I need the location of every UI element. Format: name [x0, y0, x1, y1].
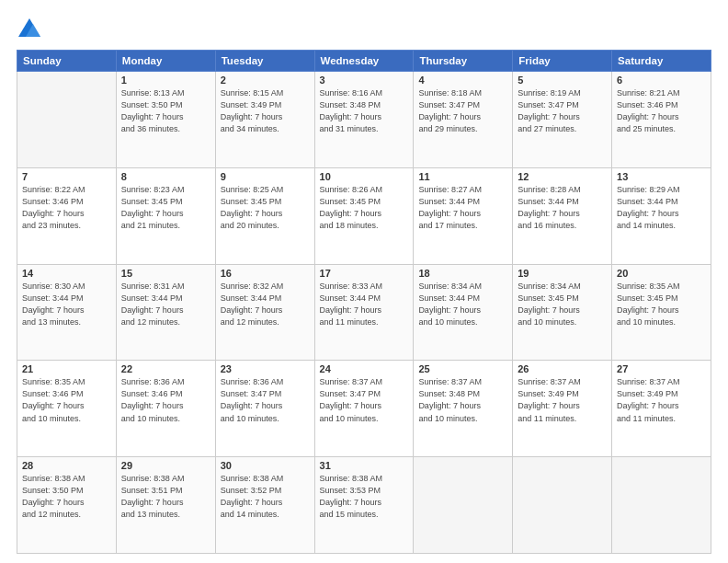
calendar-cell: 27Sunrise: 8:37 AMSunset: 3:49 PMDayligh… [612, 361, 711, 457]
day-number: 31 [320, 460, 409, 471]
calendar-cell: 17Sunrise: 8:33 AMSunset: 3:44 PMDayligh… [314, 264, 414, 361]
day-detail: Sunrise: 8:30 AMSunset: 3:44 PMDaylight:… [22, 281, 111, 328]
day-number: 16 [221, 268, 310, 279]
day-number: 10 [320, 171, 409, 182]
calendar-cell: 6Sunrise: 8:21 AMSunset: 3:46 PMDaylight… [612, 72, 711, 168]
day-number: 18 [418, 268, 507, 279]
day-detail: Sunrise: 8:26 AMSunset: 3:45 PMDaylight:… [320, 184, 409, 232]
day-detail: Sunrise: 8:16 AMSunset: 3:48 PMDaylight:… [320, 87, 409, 135]
day-number: 5 [518, 75, 607, 86]
calendar-cell: 11Sunrise: 8:27 AMSunset: 3:44 PMDayligh… [414, 167, 513, 264]
day-detail: Sunrise: 8:15 AMSunset: 3:49 PMDaylight:… [221, 87, 310, 135]
calendar-cell: 5Sunrise: 8:19 AMSunset: 3:47 PMDaylight… [513, 72, 612, 168]
day-number: 25 [418, 363, 507, 374]
day-number: 17 [320, 268, 409, 279]
header [17, 17, 711, 42]
day-number: 15 [121, 268, 210, 279]
day-detail: Sunrise: 8:19 AMSunset: 3:47 PMDaylight:… [518, 87, 607, 135]
day-number: 7 [22, 171, 111, 182]
calendar-cell [414, 457, 513, 554]
calendar-week-3: 14Sunrise: 8:30 AMSunset: 3:44 PMDayligh… [17, 264, 711, 361]
logo-icon [17, 17, 42, 42]
calendar-cell: 24Sunrise: 8:37 AMSunset: 3:47 PMDayligh… [314, 361, 414, 457]
calendar-cell: 16Sunrise: 8:32 AMSunset: 3:44 PMDayligh… [215, 264, 314, 361]
calendar-cell: 28Sunrise: 8:38 AMSunset: 3:50 PMDayligh… [17, 457, 117, 554]
day-detail: Sunrise: 8:22 AMSunset: 3:46 PMDaylight:… [22, 184, 111, 232]
calendar-cell: 10Sunrise: 8:26 AMSunset: 3:45 PMDayligh… [314, 167, 414, 264]
day-number: 21 [22, 363, 111, 374]
day-number: 12 [518, 171, 607, 182]
day-detail: Sunrise: 8:33 AMSunset: 3:44 PMDaylight:… [320, 281, 409, 328]
day-detail: Sunrise: 8:34 AMSunset: 3:44 PMDaylight:… [418, 281, 507, 328]
weekday-header-monday: Monday [116, 51, 215, 72]
calendar-cell: 7Sunrise: 8:22 AMSunset: 3:46 PMDaylight… [17, 167, 117, 264]
day-number: 26 [518, 363, 607, 374]
day-number: 9 [221, 171, 310, 182]
day-number: 3 [320, 75, 409, 86]
day-number: 1 [121, 75, 210, 86]
day-number: 6 [617, 75, 706, 86]
day-number: 19 [518, 268, 607, 279]
calendar-cell: 23Sunrise: 8:36 AMSunset: 3:47 PMDayligh… [215, 361, 314, 457]
calendar-cell: 30Sunrise: 8:38 AMSunset: 3:52 PMDayligh… [215, 457, 314, 554]
day-number: 30 [221, 460, 310, 471]
day-detail: Sunrise: 8:37 AMSunset: 3:49 PMDaylight:… [518, 376, 607, 424]
calendar-cell: 3Sunrise: 8:16 AMSunset: 3:48 PMDaylight… [314, 72, 414, 168]
day-number: 13 [617, 171, 706, 182]
day-number: 8 [121, 171, 210, 182]
calendar-cell: 21Sunrise: 8:35 AMSunset: 3:46 PMDayligh… [17, 361, 117, 457]
calendar-week-1: 1Sunrise: 8:13 AMSunset: 3:50 PMDaylight… [17, 72, 711, 168]
calendar-cell: 29Sunrise: 8:38 AMSunset: 3:51 PMDayligh… [116, 457, 215, 554]
day-number: 11 [418, 171, 507, 182]
day-number: 22 [121, 363, 210, 374]
calendar-week-4: 21Sunrise: 8:35 AMSunset: 3:46 PMDayligh… [17, 361, 711, 457]
day-number: 23 [221, 363, 310, 374]
day-number: 24 [320, 363, 409, 374]
calendar-cell: 22Sunrise: 8:36 AMSunset: 3:46 PMDayligh… [116, 361, 215, 457]
day-detail: Sunrise: 8:13 AMSunset: 3:50 PMDaylight:… [121, 87, 210, 135]
calendar-cell: 14Sunrise: 8:30 AMSunset: 3:44 PMDayligh… [17, 264, 117, 361]
weekday-header-thursday: Thursday [414, 51, 513, 72]
calendar-cell: 26Sunrise: 8:37 AMSunset: 3:49 PMDayligh… [513, 361, 612, 457]
calendar-cell: 4Sunrise: 8:18 AMSunset: 3:47 PMDaylight… [414, 72, 513, 168]
day-detail: Sunrise: 8:37 AMSunset: 3:48 PMDaylight:… [418, 376, 507, 424]
day-detail: Sunrise: 8:27 AMSunset: 3:44 PMDaylight:… [418, 184, 507, 232]
calendar-week-5: 28Sunrise: 8:38 AMSunset: 3:50 PMDayligh… [17, 457, 711, 554]
day-number: 2 [221, 75, 310, 86]
day-detail: Sunrise: 8:37 AMSunset: 3:49 PMDaylight:… [617, 376, 706, 424]
day-number: 27 [617, 363, 706, 374]
weekday-header-tuesday: Tuesday [215, 51, 314, 72]
day-detail: Sunrise: 8:35 AMSunset: 3:45 PMDaylight:… [617, 281, 706, 328]
day-detail: Sunrise: 8:38 AMSunset: 3:50 PMDaylight:… [22, 473, 111, 521]
day-detail: Sunrise: 8:34 AMSunset: 3:45 PMDaylight:… [518, 281, 607, 328]
calendar-cell [513, 457, 612, 554]
day-number: 28 [22, 460, 111, 471]
weekday-header-row: SundayMondayTuesdayWednesdayThursdayFrid… [17, 51, 711, 72]
page: SundayMondayTuesdayWednesdayThursdayFrid… [0, 0, 728, 563]
calendar-cell: 2Sunrise: 8:15 AMSunset: 3:49 PMDaylight… [215, 72, 314, 168]
day-detail: Sunrise: 8:29 AMSunset: 3:44 PMDaylight:… [617, 184, 706, 232]
day-detail: Sunrise: 8:37 AMSunset: 3:47 PMDaylight:… [320, 376, 409, 424]
day-detail: Sunrise: 8:32 AMSunset: 3:44 PMDaylight:… [221, 281, 310, 328]
day-detail: Sunrise: 8:28 AMSunset: 3:44 PMDaylight:… [518, 184, 607, 232]
day-detail: Sunrise: 8:36 AMSunset: 3:46 PMDaylight:… [121, 376, 210, 424]
calendar-cell: 12Sunrise: 8:28 AMSunset: 3:44 PMDayligh… [513, 167, 612, 264]
calendar-cell: 31Sunrise: 8:38 AMSunset: 3:53 PMDayligh… [314, 457, 414, 554]
calendar-table: SundayMondayTuesdayWednesdayThursdayFrid… [17, 50, 711, 554]
calendar-cell: 9Sunrise: 8:25 AMSunset: 3:45 PMDaylight… [215, 167, 314, 264]
calendar-cell: 8Sunrise: 8:23 AMSunset: 3:45 PMDaylight… [116, 167, 215, 264]
day-number: 4 [418, 75, 507, 86]
day-detail: Sunrise: 8:21 AMSunset: 3:46 PMDaylight:… [617, 87, 706, 135]
day-detail: Sunrise: 8:23 AMSunset: 3:45 PMDaylight:… [121, 184, 210, 232]
day-detail: Sunrise: 8:25 AMSunset: 3:45 PMDaylight:… [221, 184, 310, 232]
day-number: 14 [22, 268, 111, 279]
calendar-week-2: 7Sunrise: 8:22 AMSunset: 3:46 PMDaylight… [17, 167, 711, 264]
day-detail: Sunrise: 8:38 AMSunset: 3:51 PMDaylight:… [121, 473, 210, 521]
weekday-header-wednesday: Wednesday [314, 51, 414, 72]
weekday-header-saturday: Saturday [612, 51, 711, 72]
logo [17, 17, 46, 42]
calendar-cell: 13Sunrise: 8:29 AMSunset: 3:44 PMDayligh… [612, 167, 711, 264]
day-detail: Sunrise: 8:38 AMSunset: 3:53 PMDaylight:… [320, 473, 409, 521]
calendar-cell: 25Sunrise: 8:37 AMSunset: 3:48 PMDayligh… [414, 361, 513, 457]
calendar-cell: 20Sunrise: 8:35 AMSunset: 3:45 PMDayligh… [612, 264, 711, 361]
